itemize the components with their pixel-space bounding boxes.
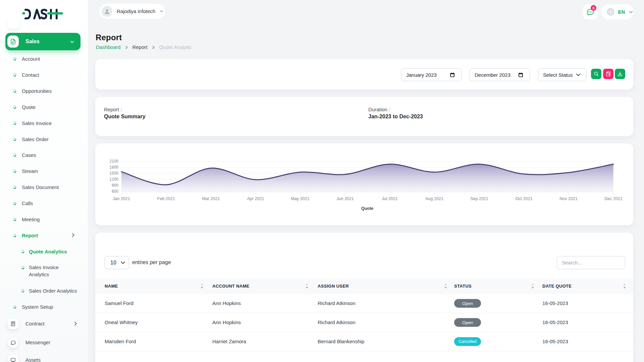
- svg-text:Apr 2021: Apr 2021: [247, 196, 264, 201]
- svg-text:900: 900: [112, 183, 118, 188]
- svg-text:Mar 2021: Mar 2021: [202, 196, 220, 201]
- svg-text:Nov 2021: Nov 2021: [559, 196, 578, 201]
- svg-text:Sep 2021: Sep 2021: [470, 196, 488, 201]
- svg-text:1200: 1200: [109, 177, 118, 182]
- svg-text:Feb 2021: Feb 2021: [157, 196, 175, 201]
- svg-text:May 2021: May 2021: [291, 196, 310, 201]
- svg-text:600: 600: [112, 189, 118, 194]
- svg-text:1800: 1800: [109, 165, 118, 170]
- svg-text:2100: 2100: [109, 159, 118, 164]
- svg-text:Aug 2021: Aug 2021: [425, 196, 443, 201]
- svg-text:Jun 2021: Jun 2021: [336, 196, 354, 201]
- svg-text:Oct 2021: Oct 2021: [516, 196, 533, 201]
- svg-text:Dec 2021: Dec 2021: [604, 196, 623, 201]
- svg-text:Quote: Quote: [361, 206, 373, 211]
- svg-text:1500: 1500: [109, 171, 118, 176]
- svg-text:Jul 2021: Jul 2021: [382, 196, 397, 201]
- svg-text:Jan 2021: Jan 2021: [113, 196, 130, 201]
